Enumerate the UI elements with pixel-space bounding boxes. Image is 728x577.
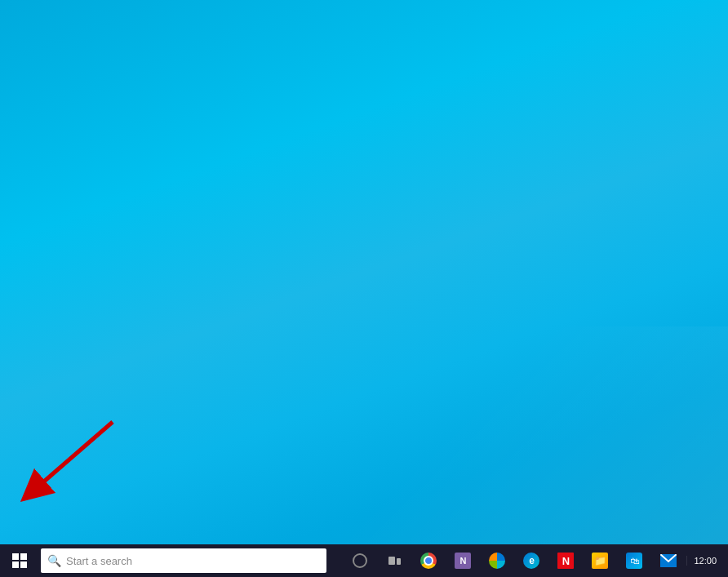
annotation-arrow (15, 414, 129, 504)
photos-button[interactable] (481, 544, 513, 577)
store-icon: 🛍 (626, 553, 642, 569)
store-button[interactable]: 🛍 (618, 544, 650, 577)
onenote-icon: N (455, 553, 471, 569)
system-time: 12:00 (690, 556, 720, 566)
netflix-button[interactable]: N (549, 544, 582, 577)
system-tray[interactable]: 12:00 (686, 556, 723, 566)
task-view-button[interactable] (378, 544, 411, 577)
edge-icon: e (523, 553, 539, 569)
svg-line-1 (33, 422, 113, 491)
cortana-icon (353, 553, 367, 568)
explorer-icon: 📁 (592, 553, 608, 569)
windows-logo-icon (12, 553, 27, 568)
task-view-icon (388, 557, 401, 565)
edge-button[interactable]: e (515, 544, 548, 577)
onenote-button[interactable]: N (446, 544, 479, 577)
photos-icon (489, 553, 505, 569)
search-box[interactable]: 🔍 Start a search (41, 548, 326, 573)
search-placeholder: Start a search (66, 555, 132, 567)
start-button[interactable] (0, 544, 39, 577)
search-icon: 🔍 (47, 554, 61, 567)
taskbar-right: N e N 📁 🛍 (344, 544, 728, 577)
desktop (0, 0, 728, 544)
mail-icon (660, 554, 677, 567)
cortana-button[interactable] (344, 544, 376, 577)
netflix-icon: N (557, 553, 574, 569)
chrome-button[interactable] (412, 544, 445, 577)
explorer-button[interactable]: 📁 (584, 544, 616, 577)
chrome-icon (420, 553, 437, 569)
taskbar: 🔍 Start a search N e (0, 544, 728, 577)
mail-button[interactable] (652, 544, 685, 577)
